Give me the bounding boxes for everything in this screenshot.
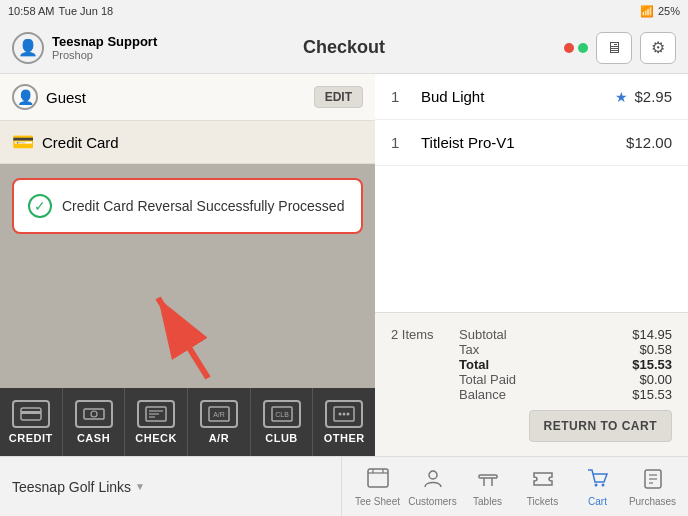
- credit-payment-icon: [12, 400, 50, 428]
- check-payment-icon: [137, 400, 175, 428]
- bottom-nav: Teesnap Golf Links ▼ Tee Sheet Customers: [0, 456, 688, 516]
- item-name-2: Titleist Pro-V1: [421, 134, 626, 151]
- success-message: Credit Card Reversal Successfully Proces…: [62, 198, 344, 214]
- tax-value: $0.58: [639, 342, 672, 357]
- check-label: CHECK: [135, 432, 177, 444]
- svg-rect-23: [479, 475, 497, 478]
- header-icons: 🖥 ⚙: [564, 32, 676, 64]
- customers-label: Customers: [408, 496, 456, 507]
- body: 👤 Guest EDIT 💳 Credit Card ✓ Credit Card…: [0, 74, 688, 456]
- item-qty-2: 1: [391, 134, 411, 151]
- arrow-icon: [128, 268, 248, 388]
- credit-payment-button[interactable]: CREDIT: [0, 388, 63, 456]
- club-label: CLUB: [265, 432, 298, 444]
- left-panel: 👤 Guest EDIT 💳 Credit Card ✓ Credit Card…: [0, 74, 375, 456]
- profile-section[interactable]: 👤 Teesnap Support Proshop: [12, 32, 157, 64]
- total-paid-label: Total Paid: [459, 372, 599, 387]
- svg-point-16: [343, 413, 346, 416]
- cash-label: CASH: [77, 432, 110, 444]
- svg-point-15: [339, 413, 342, 416]
- venue-name: Teesnap Golf Links: [12, 479, 131, 495]
- return-to-cart-button[interactable]: RETURN TO CART: [529, 410, 672, 442]
- order-item-1: 1 Bud Light ★ $2.95: [375, 74, 688, 120]
- edit-button[interactable]: EDIT: [314, 86, 363, 108]
- tickets-icon: [531, 467, 555, 494]
- balance-value: $15.53: [632, 387, 672, 402]
- svg-point-5: [91, 411, 97, 417]
- ar-payment-button[interactable]: A/R A/R: [188, 388, 251, 456]
- credit-label: CREDIT: [9, 432, 53, 444]
- other-payment-button[interactable]: OTHER: [313, 388, 375, 456]
- profile-text: Teesnap Support Proshop: [52, 34, 157, 61]
- subtotal-value: $14.95: [632, 327, 672, 342]
- wifi-icon: 📶: [640, 5, 654, 18]
- purchases-label: Purchases: [629, 496, 676, 507]
- guest-label: Guest: [46, 89, 314, 106]
- check-icon: ✓: [28, 194, 52, 218]
- profile-shop: Proshop: [52, 49, 157, 61]
- balance-label: Balance: [459, 387, 592, 402]
- venue-chevron: ▼: [135, 481, 145, 492]
- cash-payment-button[interactable]: CASH: [63, 388, 126, 456]
- tables-icon: [476, 467, 500, 494]
- nav-item-cart[interactable]: Cart: [570, 467, 625, 507]
- settings-icon[interactable]: ⚙: [640, 32, 676, 64]
- cash-payment-icon: [75, 400, 113, 428]
- svg-rect-3: [21, 411, 41, 414]
- status-dot-green: [578, 43, 588, 53]
- payment-buttons: CREDIT CASH CHECK: [0, 388, 375, 456]
- purchases-icon: [641, 467, 665, 494]
- total-paid-value: $0.00: [639, 372, 672, 387]
- svg-point-27: [601, 483, 604, 486]
- svg-point-22: [429, 471, 437, 479]
- ar-payment-icon: A/R: [200, 400, 238, 428]
- svg-point-26: [594, 483, 597, 486]
- battery-level: 25%: [658, 5, 680, 17]
- svg-line-1: [158, 298, 208, 378]
- right-panel: 1 Bud Light ★ $2.95 1 Titleist Pro-V1 $1…: [375, 74, 688, 456]
- item-price-2: $12.00: [626, 134, 672, 151]
- arrow-area: [0, 248, 375, 388]
- other-label: OTHER: [324, 432, 365, 444]
- app-container: 👤 Teesnap Support Proshop Checkout 🖥 ⚙ 👤: [0, 22, 688, 516]
- status-dot-red: [564, 43, 574, 53]
- status-time: 10:58 AM: [8, 5, 54, 17]
- tickets-label: Tickets: [527, 496, 558, 507]
- svg-rect-18: [368, 469, 388, 487]
- order-item-2: 1 Titleist Pro-V1 $12.00: [375, 120, 688, 166]
- display-icon[interactable]: 🖥: [596, 32, 632, 64]
- page-title: Checkout: [303, 37, 385, 58]
- check-payment-button[interactable]: CHECK: [125, 388, 188, 456]
- other-payment-icon: [325, 400, 363, 428]
- item-name-1: Bud Light: [421, 88, 615, 105]
- guest-row: 👤 Guest EDIT: [0, 74, 375, 121]
- order-summary: 2 Items Subtotal $14.95 Tax $0.58 Total: [375, 312, 688, 456]
- cart-icon: [586, 467, 610, 494]
- tee-sheet-label: Tee Sheet: [355, 496, 400, 507]
- tee-sheet-icon: [366, 467, 390, 494]
- credit-card-row: 💳 Credit Card: [0, 121, 375, 164]
- status-bar: 10:58 AM Tue Jun 18 📶 25%: [0, 0, 688, 22]
- credit-card-icon: 💳: [12, 131, 34, 153]
- nav-item-purchases[interactable]: Purchases: [625, 467, 680, 507]
- item-price-1: $2.95: [634, 88, 672, 105]
- ar-label: A/R: [209, 432, 229, 444]
- profile-name: Teesnap Support: [52, 34, 157, 49]
- item-star-1: ★: [615, 89, 628, 105]
- svg-text:A/R: A/R: [213, 411, 225, 418]
- order-items: 1 Bud Light ★ $2.95 1 Titleist Pro-V1 $1…: [375, 74, 688, 312]
- club-payment-button[interactable]: CLB CLUB: [251, 388, 314, 456]
- club-payment-icon: CLB: [263, 400, 301, 428]
- nav-item-tickets[interactable]: Tickets: [515, 467, 570, 507]
- venue-section[interactable]: Teesnap Golf Links ▼: [0, 457, 342, 516]
- customers-icon: [421, 467, 445, 494]
- nav-item-customers[interactable]: Customers: [405, 467, 460, 507]
- left-top: 👤 Guest EDIT 💳 Credit Card: [0, 74, 375, 164]
- nav-item-tables[interactable]: Tables: [460, 467, 515, 507]
- status-dots: [564, 43, 588, 53]
- total-label: Total: [459, 357, 592, 372]
- item-qty-1: 1: [391, 88, 411, 105]
- item-count: 2 Items: [391, 327, 451, 402]
- guest-icon: 👤: [12, 84, 38, 110]
- nav-item-tee-sheet[interactable]: Tee Sheet: [350, 467, 405, 507]
